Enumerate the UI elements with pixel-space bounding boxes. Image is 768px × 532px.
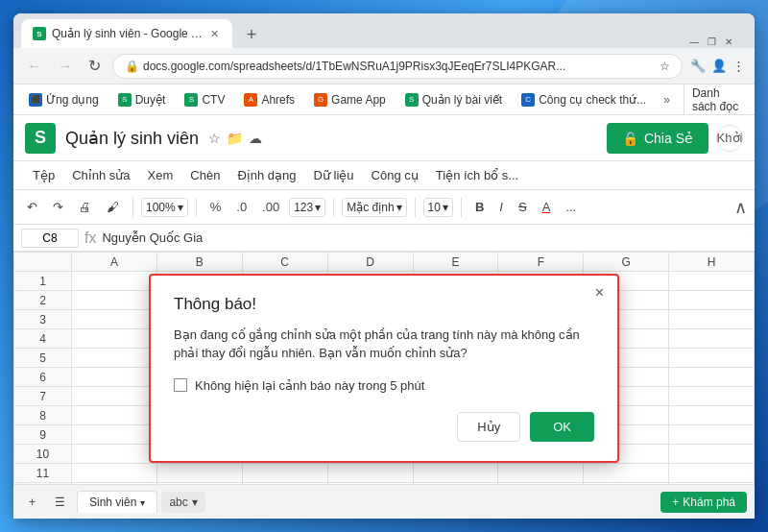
new-tab-button[interactable]: + xyxy=(238,21,265,48)
sheet-actions: 🔒 Chia Sẻ Khởi xyxy=(607,123,743,154)
sheet-tabs: + ☰ Sinh viên ▾ abc ▾ + Khám phá xyxy=(13,484,755,519)
font-select[interactable]: Mặc định ▾ xyxy=(342,198,406,217)
format-num-select[interactable]: 123 ▾ xyxy=(289,198,325,217)
zoom-value: 100% xyxy=(146,201,176,214)
menu-tep[interactable]: Tệp xyxy=(25,164,62,186)
sheet-header: S Quản lý sinh viên ☆ 📁 ☁ 🔒 Chia Sẻ Khởi xyxy=(13,115,755,161)
percent-button[interactable]: % xyxy=(204,196,228,218)
restore-button[interactable]: ❐ xyxy=(705,35,718,48)
format-num-dropdown-icon: ▾ xyxy=(315,201,321,214)
active-tab[interactable]: S Quản lý sinh viên - Google Trang ... ✕ xyxy=(21,19,232,48)
explore-label: Khám phá xyxy=(683,496,735,509)
bookmark-congcu-label: Công cụ check thứ... xyxy=(539,93,646,107)
back-button[interactable]: ← xyxy=(23,54,46,79)
share-lock-icon: 🔒 xyxy=(622,131,638,146)
bookmark-apps[interactable]: ⬛ Ứng dụng xyxy=(21,90,107,109)
explore-icon: + xyxy=(672,496,679,509)
bookmark-apps-label: Ứng dụng xyxy=(46,93,99,107)
zoom-select[interactable]: 100% ▾ xyxy=(141,198,188,217)
address-bar: ← → ↻ 🔒 docs.google.com/spreadsheets/d/1… xyxy=(13,48,755,85)
sheet-tab-abc-dropdown-icon: ▾ xyxy=(192,496,198,509)
strikethrough-button[interactable]: S xyxy=(513,196,533,218)
bookmark-congcu-favicon: C xyxy=(521,93,535,107)
bookmark-ahrefs[interactable]: A Ahrefs xyxy=(236,90,302,109)
format-paint-button[interactable]: 🖌 xyxy=(101,196,125,218)
star-icon[interactable]: ☆ xyxy=(208,131,221,146)
tab-close-button[interactable]: ✕ xyxy=(208,26,221,42)
bookmark-duyet[interactable]: S Duyệt xyxy=(110,90,174,109)
formula-bar: C8 fx xyxy=(13,225,755,252)
menu-congcu[interactable]: Công cụ xyxy=(364,164,426,186)
bookmark-more-button[interactable]: » xyxy=(658,90,676,109)
active-sheet-tab[interactable]: Sinh viên ▾ xyxy=(77,491,157,513)
bookmark-ctv-label: CTV xyxy=(202,93,225,107)
print-button[interactable]: 🖨 xyxy=(73,196,97,218)
decimal0-button[interactable]: .0 xyxy=(230,196,252,218)
bookmark-congcu[interactable]: C Công cụ check thứ... xyxy=(514,90,654,109)
profile-button[interactable]: 👤 xyxy=(711,59,727,73)
menu-xem[interactable]: Xem xyxy=(140,164,181,186)
toolbar-sep4 xyxy=(415,198,416,217)
extensions-button[interactable]: 🔧 xyxy=(690,59,706,73)
sheet-tab-abc[interactable]: abc ▾ xyxy=(161,492,204,513)
dialog-box: × Thông báo! Bạn đang cố gắng chỉnh sửa … xyxy=(149,274,619,463)
bookmarks-bar: ⬛ Ứng dụng S Duyệt S CTV A Ahrefs G Game… xyxy=(13,85,755,115)
bookmark-quanly-favicon: S xyxy=(405,93,419,107)
explore-button[interactable]: + Khám phá xyxy=(660,492,747,513)
minimize-button[interactable]: — xyxy=(687,35,701,48)
font-color-button[interactable]: A xyxy=(537,196,557,218)
cloud-icon[interactable]: ☁ xyxy=(249,131,262,146)
bookmark-ctv[interactable]: S CTV xyxy=(177,90,232,109)
undo-button[interactable]: ↶ xyxy=(21,196,43,218)
reading-list-button[interactable]: Danh sách đọc xyxy=(684,84,747,116)
add-sheet-button[interactable]: + xyxy=(21,492,43,513)
forward-button[interactable]: → xyxy=(54,54,77,79)
bookmark-gameapp-label: Game App xyxy=(331,93,386,107)
tab-bar: S Quản lý sinh viên - Google Trang ... ✕… xyxy=(13,13,755,48)
bookmark-gameapp-favicon: G xyxy=(314,93,327,107)
dialog-message: Bạn đang cố gắng chỉnh sửa một phần của … xyxy=(174,326,594,363)
collapse-toolbar-button[interactable]: ∧ xyxy=(734,197,747,218)
move-icon[interactable]: 📁 xyxy=(227,131,243,146)
lock-icon: 🔒 xyxy=(125,60,139,73)
khoi-avatar[interactable]: Khởi xyxy=(716,125,743,152)
toolbar-sep1 xyxy=(132,198,133,217)
decimal00-button[interactable]: .00 xyxy=(256,196,285,218)
cancel-button[interactable]: Hủy xyxy=(457,412,520,442)
active-sheet-tab-label: Sinh viên xyxy=(89,496,136,509)
close-button[interactable]: ✕ xyxy=(722,35,735,48)
address-input[interactable]: 🔒 docs.google.com/spreadsheets/d/1TbEwNS… xyxy=(112,54,683,79)
menu-tienich[interactable]: Tiện ích bổ s... xyxy=(428,164,526,186)
redo-button[interactable]: ↷ xyxy=(47,196,69,218)
refresh-button[interactable]: ↻ xyxy=(84,53,105,79)
more-button[interactable]: ⋮ xyxy=(732,59,745,73)
font-size-value: 10 xyxy=(428,201,441,214)
italic-button[interactable]: I xyxy=(493,196,509,218)
bold-button[interactable]: B xyxy=(469,196,490,218)
dialog-close-button[interactable]: × xyxy=(595,285,604,301)
tab-bar-right: — ❐ ✕ xyxy=(267,35,747,48)
toolbar-sep3 xyxy=(333,198,334,217)
formula-input[interactable] xyxy=(102,230,747,245)
more-formats-button[interactable]: ... xyxy=(560,196,582,218)
font-dropdown-icon: ▾ xyxy=(396,201,402,214)
dialog-overlay: × Thông báo! Bạn đang cố gắng chỉnh sửa … xyxy=(13,252,755,484)
cell-reference[interactable]: C8 xyxy=(21,229,79,248)
menu-dinhang[interactable]: Định dạng xyxy=(229,164,303,186)
font-size-select[interactable]: 10 ▾ xyxy=(423,198,453,217)
bookmark-gameapp[interactable]: G Game App xyxy=(306,90,394,109)
list-sheets-button[interactable]: ☰ xyxy=(47,492,73,513)
sheet-title-icons: ☆ 📁 ☁ xyxy=(208,131,262,146)
grid-area: A B C D E F G H 1 2 3 4 5 6 7 8 9 xyxy=(13,252,755,484)
dialog-checkbox-label: Không hiện lại cảnh báo này trong 5 phút xyxy=(195,378,424,393)
menu-bar: Tệp Chỉnh sửa Xem Chèn Định dạng Dữ liệu… xyxy=(13,161,755,190)
menu-dulieu[interactable]: Dữ liệu xyxy=(306,164,362,186)
ok-button[interactable]: OK xyxy=(530,412,594,442)
bookmark-duyet-label: Duyệt xyxy=(135,93,166,107)
share-button[interactable]: 🔒 Chia Sẻ xyxy=(607,123,708,154)
menu-chen[interactable]: Chèn xyxy=(182,164,228,186)
dialog-checkbox[interactable] xyxy=(174,378,187,392)
bookmark-quanly[interactable]: S Quản lý bài viết xyxy=(397,90,510,109)
bookmark-star-icon[interactable]: ☆ xyxy=(660,60,670,73)
menu-chinhedit[interactable]: Chỉnh sửa xyxy=(64,164,137,186)
